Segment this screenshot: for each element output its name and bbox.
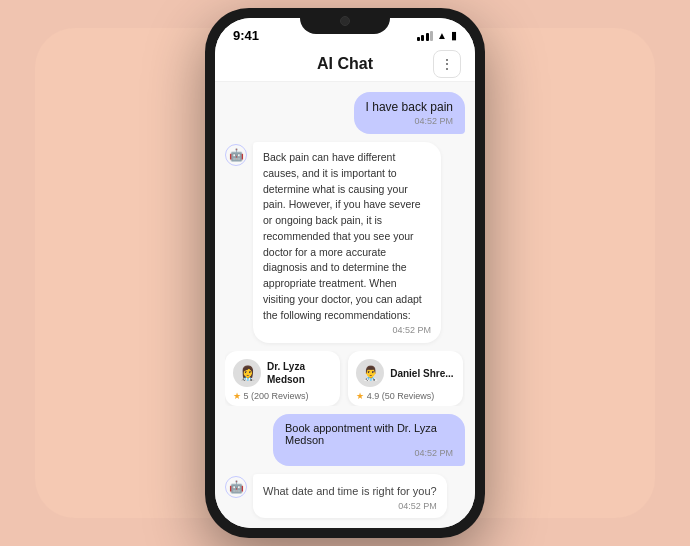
ai-avatar-icon-2: 🤖 xyxy=(229,480,244,494)
phone-screen: 9:41 ▲ ▮ AI Chat ⋮ I have xyxy=(215,18,475,528)
notch xyxy=(300,8,390,34)
doctor-1-header: 👩‍⚕️ Dr. Lyza Medson xyxy=(233,359,332,387)
signal-icon xyxy=(417,31,434,41)
chat-area: I have back pain 04:52 PM 🤖 Back pain ca… xyxy=(215,82,475,528)
status-icons: ▲ ▮ xyxy=(417,29,457,42)
doctor-1-name: Dr. Lyza Medson xyxy=(267,360,332,386)
app-title: AI Chat xyxy=(317,55,373,73)
user-message-1-time: 04:52 PM xyxy=(366,116,453,126)
app-header: AI Chat ⋮ xyxy=(215,47,475,82)
three-dots-icon: ⋮ xyxy=(440,56,455,72)
appointment-text: Book appontment with Dr. Lyza Medson xyxy=(285,422,453,446)
notch-camera xyxy=(340,16,350,26)
phone-frame: 9:41 ▲ ▮ AI Chat ⋮ I have xyxy=(205,8,485,538)
doctor-2-rating: ★ 4.9 (50 Reviews) xyxy=(356,391,455,401)
ai-question-text: What date and time is right for you? xyxy=(263,481,437,501)
appointment-message: Book appontment with Dr. Lyza Medson 04:… xyxy=(273,414,465,466)
user-message-1: I have back pain 04:52 PM xyxy=(354,92,465,134)
ai-question-time: 04:52 PM xyxy=(263,501,437,511)
ai-avatar: 🤖 xyxy=(225,144,247,166)
ai-message-1-time: 04:52 PM xyxy=(263,325,431,335)
star-icon-1: ★ xyxy=(233,391,241,401)
doctor-2-header: 👨‍⚕️ Daniel Shre... xyxy=(356,359,455,387)
wifi-icon: ▲ xyxy=(437,30,447,41)
menu-button[interactable]: ⋮ xyxy=(433,50,461,78)
ai-avatar-2: 🤖 xyxy=(225,476,247,498)
user-message-1-text: I have back pain xyxy=(366,100,453,114)
ai-bubble-1: Back pain can have different causes, and… xyxy=(253,142,441,343)
star-icon-2: ★ xyxy=(356,391,364,401)
doctor-card-1: 👩‍⚕️ Dr. Lyza Medson ★ 5 (200 Reviews) V… xyxy=(225,351,340,406)
ai-message-1: 🤖 Back pain can have different causes, a… xyxy=(225,142,441,343)
doctor-2-avatar: 👨‍⚕️ xyxy=(356,359,384,387)
ai-question-row: 🤖 What date and time is right for you? 0… xyxy=(225,474,465,518)
battery-icon: ▮ xyxy=(451,29,457,42)
ai-avatar-icon: 🤖 xyxy=(229,148,244,162)
doctor-1-rating-value: 5 xyxy=(244,391,249,401)
doctor-2-name: Daniel Shre... xyxy=(390,367,453,380)
doctor-1-avatar: 👩‍⚕️ xyxy=(233,359,261,387)
doctor-2-rating-value: 4.9 xyxy=(367,391,380,401)
doctor-1-rating: ★ 5 (200 Reviews) xyxy=(233,391,332,401)
status-time: 9:41 xyxy=(233,28,259,43)
ai-message-1-text: Back pain can have different causes, and… xyxy=(263,150,431,323)
appointment-time: 04:52 PM xyxy=(285,448,453,458)
ai-question-bubble: What date and time is right for you? 04:… xyxy=(253,474,447,518)
doctor-cards-row: 👩‍⚕️ Dr. Lyza Medson ★ 5 (200 Reviews) V… xyxy=(225,351,465,406)
doctor-card-2: 👨‍⚕️ Daniel Shre... ★ 4.9 (50 Reviews) V… xyxy=(348,351,463,406)
